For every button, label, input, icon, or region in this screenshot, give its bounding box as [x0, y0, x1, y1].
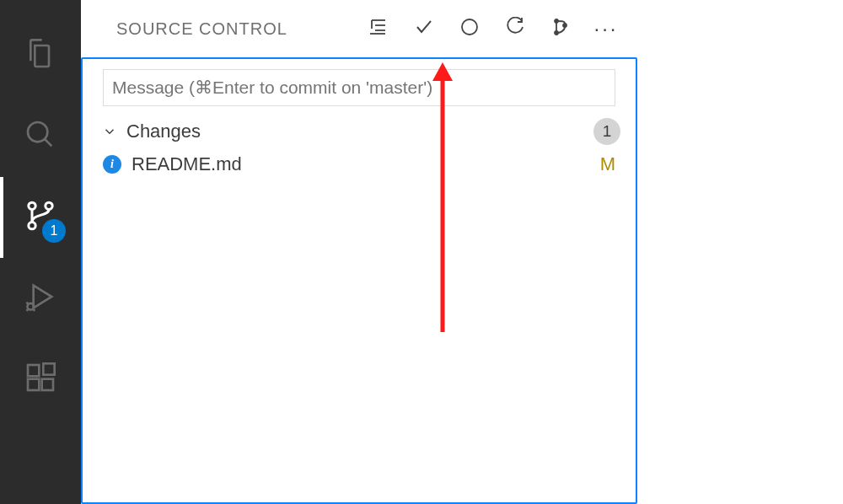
- graph-button[interactable]: [550, 18, 572, 40]
- svg-rect-12: [42, 379, 53, 390]
- scm-badge: 1: [42, 219, 66, 243]
- panel-header: SOURCE CONTROL: [81, 0, 637, 57]
- svg-line-8: [26, 309, 28, 311]
- more-actions-button[interactable]: ···: [595, 18, 617, 40]
- svg-rect-13: [43, 363, 54, 374]
- refresh-button[interactable]: [504, 18, 526, 40]
- changes-section-header[interactable]: Changes 1: [83, 113, 636, 150]
- files-icon: [24, 37, 57, 74]
- svg-line-9: [33, 309, 35, 311]
- svg-point-2: [29, 202, 35, 209]
- source-control-panel: SOURCE CONTROL: [81, 0, 637, 504]
- activity-explorer[interactable]: [0, 15, 81, 96]
- svg-rect-11: [28, 379, 39, 390]
- activity-bar: 1: [0, 0, 81, 504]
- svg-rect-10: [28, 365, 39, 376]
- circle-icon: [459, 17, 480, 40]
- panel-title: SOURCE CONTROL: [116, 19, 287, 39]
- svg-point-22: [563, 24, 566, 27]
- svg-line-1: [45, 139, 51, 146]
- graph-icon: [550, 17, 571, 40]
- refresh-icon: [505, 17, 525, 40]
- svg-point-21: [555, 31, 558, 35]
- changed-file-row[interactable]: i README.md M: [83, 150, 636, 179]
- svg-marker-5: [34, 286, 52, 308]
- markdown-info-icon: i: [103, 155, 121, 174]
- activity-search[interactable]: [0, 96, 81, 177]
- svg-point-3: [46, 202, 52, 209]
- svg-point-19: [462, 19, 477, 35]
- svg-point-0: [28, 122, 47, 142]
- list-tree-icon: [368, 17, 389, 40]
- chevron-down-icon: [99, 121, 120, 142]
- svg-line-7: [26, 303, 28, 304]
- check-icon: [414, 17, 434, 40]
- commit-message-wrapper: [83, 59, 636, 113]
- activity-run-debug[interactable]: [0, 258, 81, 339]
- file-modified-status: M: [600, 153, 615, 175]
- changes-count-badge: 1: [593, 118, 620, 145]
- play-bug-icon: [24, 280, 57, 317]
- ellipsis-icon: ···: [594, 19, 619, 39]
- file-name: README.md: [132, 153, 242, 175]
- panel-header-actions: ···: [368, 18, 617, 40]
- svg-point-4: [29, 223, 35, 229]
- circle-action-button[interactable]: [459, 18, 481, 40]
- activity-extensions[interactable]: [0, 339, 81, 420]
- search-icon: [24, 118, 57, 155]
- panel-body: Changes 1 i README.md M: [81, 57, 637, 504]
- commit-button[interactable]: [413, 18, 435, 40]
- activity-source-control[interactable]: 1: [0, 177, 81, 258]
- extensions-icon: [24, 361, 57, 398]
- changes-label: Changes: [126, 121, 201, 142]
- view-as-tree-button[interactable]: [368, 18, 389, 40]
- commit-message-input[interactable]: [103, 69, 615, 106]
